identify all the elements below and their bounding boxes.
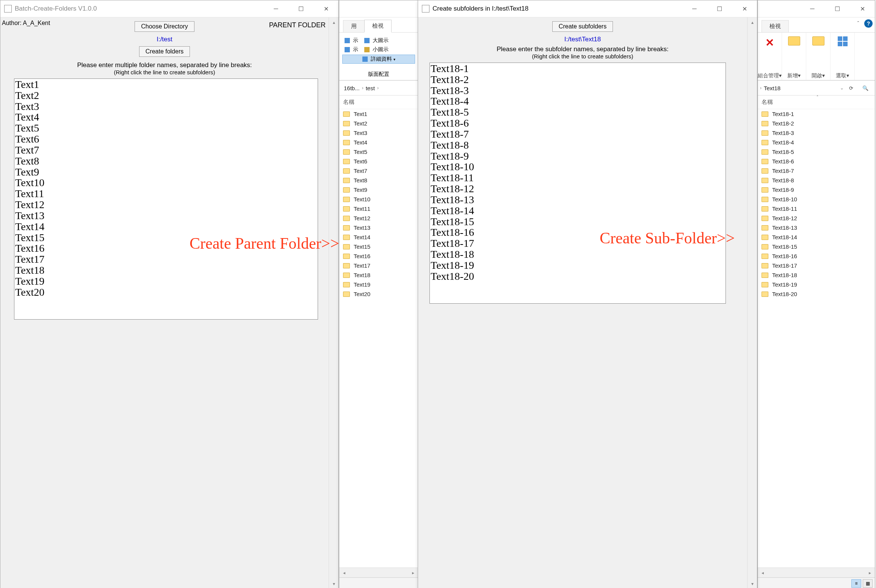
column-header-name[interactable]: ˄ 名稱 xyxy=(758,96,875,109)
breadcrumb-sub[interactable]: test xyxy=(364,83,377,93)
titlebar[interactable]: Batch-Create-Folders V1.0.0 ─ ☐ ✕ xyxy=(0,0,338,17)
list-item[interactable]: Text10 xyxy=(339,194,418,204)
list-item[interactable]: Text5 xyxy=(339,147,418,157)
list-item[interactable]: Text15 xyxy=(339,242,418,251)
titlebar[interactable] xyxy=(339,0,418,17)
minimize-button[interactable]: ─ xyxy=(263,0,288,17)
tab-view[interactable]: 檢視 xyxy=(364,20,392,33)
scrollbar-vertical[interactable]: ▴ ▾ xyxy=(329,17,338,588)
list-item[interactable]: Text13 xyxy=(339,223,418,232)
view-suffix-2[interactable]: 示 小圖示 xyxy=(342,45,415,54)
create-folders-button[interactable]: Create folders xyxy=(139,46,190,57)
ribbon-open-button[interactable] xyxy=(809,36,828,45)
column-header-name[interactable]: 名稱 xyxy=(339,96,418,109)
file-name: Text18-10 xyxy=(772,196,797,202)
close-button[interactable]: ✕ xyxy=(313,0,338,17)
list-item[interactable]: Text18-2 xyxy=(758,119,875,128)
scroll-up-icon[interactable]: ▴ xyxy=(747,17,757,27)
list-item[interactable]: Text18-1 xyxy=(758,109,875,119)
scroll-left-icon[interactable]: ◂ xyxy=(758,568,768,578)
list-item[interactable]: Text18-9 xyxy=(758,185,875,194)
list-item[interactable]: Text18-5 xyxy=(758,147,875,157)
list-item[interactable]: Text1 xyxy=(339,109,418,119)
list-item[interactable]: Text16 xyxy=(339,251,418,261)
ribbon-collapse-icon[interactable]: ˆ xyxy=(854,19,863,28)
breadcrumb-current[interactable]: Text18 xyxy=(762,83,783,93)
list-item[interactable]: Text2 xyxy=(339,119,418,128)
create-subfolders-button[interactable]: Create subfolders xyxy=(552,21,613,32)
list-item[interactable]: Text18-4 xyxy=(758,138,875,147)
list-item[interactable]: Text18-18 xyxy=(758,270,875,280)
file-list-parent[interactable]: Text1Text2Text3Text4Text5Text6Text7Text8… xyxy=(339,109,418,568)
file-name: Text12 xyxy=(354,215,370,221)
list-item[interactable]: Text3 xyxy=(339,128,418,138)
ribbon-select-button[interactable] xyxy=(833,36,852,46)
choose-directory-button[interactable]: Choose Directory xyxy=(135,21,194,32)
view-details[interactable]: 詳細資料▾ xyxy=(342,55,415,64)
list-item[interactable]: Text18-20 xyxy=(758,289,875,299)
view-details-icon[interactable]: ≡ xyxy=(851,579,861,588)
list-item[interactable]: Text18-16 xyxy=(758,251,875,261)
list-item[interactable]: Text18-11 xyxy=(758,204,875,213)
explorer-sub-window: ─ ☐ ✕ 檢視 ˆ ? ✕ 組合管理▾ 新增▾ 開啟▾ xyxy=(757,0,875,588)
scroll-down-icon[interactable]: ▾ xyxy=(329,579,338,588)
list-item[interactable]: Text8 xyxy=(339,176,418,185)
list-item[interactable]: Text14 xyxy=(339,232,418,242)
list-item[interactable]: Text18-13 xyxy=(758,223,875,232)
scrollbar-horizontal[interactable]: ◂ ▸ xyxy=(339,568,418,577)
list-item[interactable]: Text18-3 xyxy=(758,128,875,138)
refresh-icon[interactable]: ⟳ xyxy=(844,83,858,93)
list-item[interactable]: Text12 xyxy=(339,213,418,223)
list-item[interactable]: Text18-17 xyxy=(758,261,875,270)
list-item[interactable]: Text7 xyxy=(339,166,418,176)
ribbon-new-button[interactable] xyxy=(785,36,804,45)
chevron-down-icon[interactable]: ⌄ xyxy=(840,85,844,91)
tab-a[interactable]: 用 xyxy=(343,20,365,32)
list-item[interactable]: Text18-10 xyxy=(758,194,875,204)
file-name: Text14 xyxy=(354,234,370,240)
list-item[interactable]: Text18-15 xyxy=(758,242,875,251)
close-button[interactable]: ✕ xyxy=(732,0,757,17)
tab-view[interactable]: 檢視 xyxy=(762,20,789,32)
search-icon[interactable]: 🔍 xyxy=(858,83,873,93)
scrollbar-vertical[interactable]: ▴ ▾ xyxy=(747,17,757,588)
folder-icon xyxy=(343,178,350,183)
list-item[interactable]: Text17 xyxy=(339,261,418,270)
breadcrumb-root[interactable]: 16tb... xyxy=(342,83,362,93)
list-item[interactable]: Text18-7 xyxy=(758,166,875,176)
help-icon[interactable]: ? xyxy=(864,19,873,28)
list-item[interactable]: Text9 xyxy=(339,185,418,194)
list-item[interactable]: Text18-12 xyxy=(758,213,875,223)
list-item[interactable]: Text18-14 xyxy=(758,232,875,242)
list-item[interactable]: Text4 xyxy=(339,138,418,147)
maximize-button[interactable]: ☐ xyxy=(288,0,313,17)
list-item[interactable]: Text18 xyxy=(339,270,418,280)
scroll-up-icon[interactable]: ▴ xyxy=(329,17,338,27)
ribbon-delete-button[interactable]: ✕ xyxy=(760,36,779,49)
titlebar[interactable]: Create subfolders in I:/test\Text18 ─ ☐ … xyxy=(418,0,757,17)
list-item[interactable]: Text20 xyxy=(339,289,418,299)
scroll-left-icon[interactable]: ◂ xyxy=(339,568,349,578)
file-list-sub[interactable]: Text18-1Text18-2Text18-3Text18-4Text18-5… xyxy=(758,109,875,568)
author-label: Author: A_A_Kent xyxy=(2,20,50,27)
list-item[interactable]: Text6 xyxy=(339,157,418,166)
list-item[interactable]: Text19 xyxy=(339,280,418,289)
minimize-button[interactable]: ─ xyxy=(682,0,707,17)
list-item[interactable]: Text18-19 xyxy=(758,280,875,289)
subfolder-names-textarea[interactable]: Text18-1 Text18-2 Text18-3 Text18-4 Text… xyxy=(429,63,726,304)
scroll-right-icon[interactable]: ▸ xyxy=(865,568,875,578)
scroll-down-icon[interactable]: ▾ xyxy=(747,579,757,588)
list-item[interactable]: Text18-6 xyxy=(758,157,875,166)
list-item[interactable]: Text18-8 xyxy=(758,176,875,185)
scrollbar-horizontal[interactable]: ◂ ▸ xyxy=(758,568,875,577)
close-button[interactable]: ✕ xyxy=(850,0,875,17)
scroll-right-icon[interactable]: ▸ xyxy=(408,568,418,578)
list-item[interactable]: Text11 xyxy=(339,204,418,213)
folder-names-textarea[interactable]: Text1 Text2 Text3 Text4 Text5 Text6 Text… xyxy=(14,78,318,320)
minimize-button[interactable]: ─ xyxy=(800,0,825,17)
maximize-button[interactable]: ☐ xyxy=(707,0,732,17)
maximize-button[interactable]: ☐ xyxy=(825,0,850,17)
view-thumbnails-icon[interactable]: ▦ xyxy=(863,579,873,588)
view-suffix-1[interactable]: 示 大圖示 xyxy=(342,36,415,45)
titlebar[interactable]: ─ ☐ ✕ xyxy=(758,0,875,17)
